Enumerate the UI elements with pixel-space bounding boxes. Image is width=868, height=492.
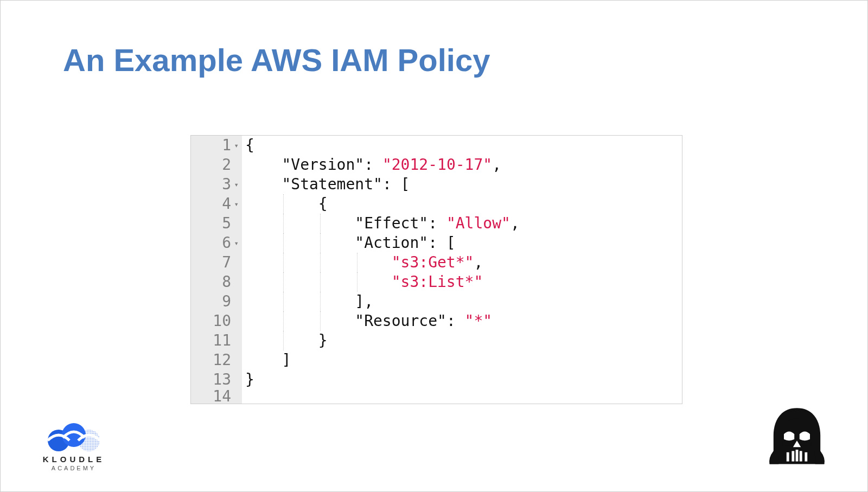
- indent-guide: [320, 292, 321, 311]
- indent-guide: [357, 272, 358, 292]
- indent-guide: [320, 214, 321, 233]
- brand-name: KLOUDLE: [36, 455, 112, 464]
- indent-guide: [320, 253, 321, 272]
- darth-vader-icon: [764, 404, 829, 471]
- fold-toggle-icon[interactable]: ▾: [232, 233, 239, 253]
- line-number-gutter: 9: [191, 292, 242, 311]
- indent-guide: [320, 272, 321, 292]
- code-line: 3▾ "Statement": [: [191, 175, 682, 194]
- code-line: 7 "s3:Get*",: [191, 253, 682, 272]
- code-content: }: [242, 370, 682, 389]
- line-number-gutter: 5: [191, 214, 242, 233]
- indent-guide: [283, 214, 284, 233]
- code-content: "Effect": "Allow",: [242, 214, 682, 233]
- line-number-gutter: 3▾: [191, 175, 242, 194]
- line-number-gutter: 8: [191, 272, 242, 292]
- code-content: ]: [242, 350, 682, 370]
- fold-toggle-icon[interactable]: ▾: [232, 136, 239, 155]
- code-content: "Statement": [: [242, 175, 682, 194]
- code-line: 1▾{: [191, 136, 682, 155]
- line-number-gutter: 2: [191, 155, 242, 175]
- slide-title: An Example AWS IAM Policy: [63, 43, 490, 78]
- fold-toggle-icon[interactable]: ▾: [232, 175, 239, 194]
- indent-guide: [320, 311, 321, 331]
- code-content: {: [242, 194, 682, 214]
- code-content: "Resource": "*": [242, 311, 682, 331]
- code-line: 5 "Effect": "Allow",: [191, 214, 682, 233]
- code-content: ],: [242, 292, 682, 311]
- slide: An Example AWS IAM Policy 1▾{2 "Version"…: [0, 0, 868, 492]
- code-content: {: [242, 136, 682, 155]
- code-content: "s3:List*": [242, 272, 682, 292]
- line-number-gutter: 10: [191, 311, 242, 331]
- indent-guide: [283, 292, 284, 311]
- code-editor: 1▾{2 "Version": "2012-10-17",3▾ "Stateme…: [190, 135, 682, 404]
- svg-rect-4: [787, 452, 789, 462]
- code-line: 13}: [191, 370, 682, 389]
- line-number-gutter: 7: [191, 253, 242, 272]
- indent-guide: [283, 331, 284, 350]
- svg-rect-8: [805, 452, 807, 462]
- code-line: 9 ],: [191, 292, 682, 311]
- code-line: 11 }: [191, 331, 682, 350]
- indent-guide: [283, 194, 284, 214]
- svg-rect-5: [792, 451, 794, 461]
- line-number-gutter: 12: [191, 350, 242, 370]
- svg-rect-6: [796, 450, 799, 462]
- line-number-gutter: 14: [191, 389, 242, 404]
- svg-rect-7: [800, 451, 802, 461]
- code-content: [242, 389, 682, 404]
- code-line: 4▾ {: [191, 194, 682, 214]
- code-line: 14: [191, 389, 682, 404]
- indent-guide: [283, 311, 284, 331]
- line-number-gutter: 11: [191, 331, 242, 350]
- line-number-gutter: 4▾: [191, 194, 242, 214]
- code-content: }: [242, 331, 682, 350]
- code-line: 2 "Version": "2012-10-17",: [191, 155, 682, 175]
- code-content: "Version": "2012-10-17",: [242, 155, 682, 175]
- fold-toggle-icon[interactable]: ▾: [232, 194, 239, 214]
- indent-guide: [357, 253, 358, 272]
- indent-guide: [283, 233, 284, 253]
- code-content: "s3:Get*",: [242, 253, 682, 272]
- brand-subtitle: ACADEMY: [36, 465, 112, 471]
- code-content: "Action": [: [242, 233, 682, 253]
- indent-guide: [320, 233, 321, 253]
- code-line: 8 "s3:List*": [191, 272, 682, 292]
- kloudle-logo: KLOUDLE ACADEMY: [36, 421, 112, 471]
- cloud-icon: [41, 421, 106, 451]
- code-line: 12 ]: [191, 350, 682, 370]
- code-line: 6▾ "Action": [: [191, 233, 682, 253]
- indent-guide: [283, 272, 284, 292]
- line-number-gutter: 1▾: [191, 136, 242, 155]
- code-line: 10 "Resource": "*": [191, 311, 682, 331]
- line-number-gutter: 6▾: [191, 233, 242, 253]
- indent-guide: [283, 253, 284, 272]
- svg-point-3: [78, 430, 100, 451]
